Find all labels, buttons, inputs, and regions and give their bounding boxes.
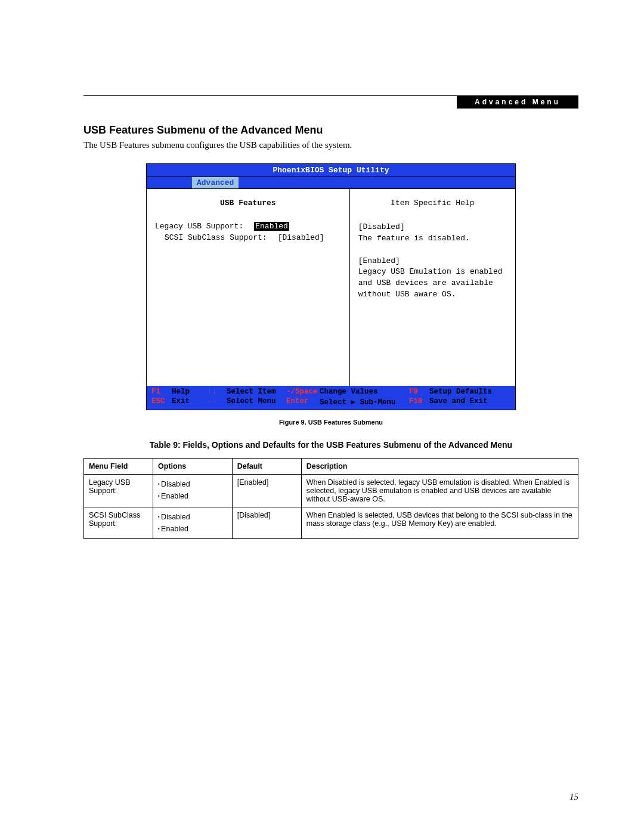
col-menu-field: Menu Field bbox=[84, 459, 153, 475]
bios-footer: F1 Help ↑↓ Select Item -/Space Change Va… bbox=[147, 386, 515, 410]
label-change-values: Change Values bbox=[320, 388, 409, 396]
bios-left-title: USB Features bbox=[155, 199, 341, 208]
key-arrows-vertical: ↑↓ bbox=[208, 388, 227, 396]
key-minus-space: -/Space bbox=[286, 388, 320, 396]
bios-field-label: SCSI SubClass Support: bbox=[165, 233, 267, 242]
key-f9: F9 bbox=[409, 388, 429, 396]
table-header-row: Menu Field Options Default Description bbox=[84, 459, 578, 475]
table-row: Legacy USB Support: Disabled Enabled [En… bbox=[84, 475, 578, 507]
document-page: Advanced Menu USB Features Submenu of th… bbox=[0, 0, 644, 833]
bios-screenshot: PhoenixBIOS Setup Utility Advanced USB F… bbox=[146, 163, 516, 410]
label-help: Help bbox=[172, 388, 208, 396]
col-description: Description bbox=[301, 459, 578, 475]
table-row: SCSI SubClass Support: Disabled Enabled … bbox=[84, 507, 578, 539]
label-select-menu: Select Menu bbox=[227, 397, 286, 407]
label-select-item: Select Item bbox=[227, 388, 286, 396]
option-item: Disabled bbox=[158, 478, 227, 490]
bios-help-text: [Disabled] The feature is disabled. [Ena… bbox=[358, 222, 507, 301]
key-enter: Enter bbox=[286, 397, 320, 407]
label-select-submenu: Select ▶ Sub-Menu bbox=[320, 397, 409, 407]
cell-menu-field: Legacy USB Support: bbox=[84, 475, 153, 507]
key-f10: F10 bbox=[409, 397, 429, 407]
option-item: Disabled bbox=[158, 511, 227, 523]
bios-help-title: Item Specific Help bbox=[358, 199, 507, 208]
section-title: USB Features Submenu of the Advanced Men… bbox=[83, 124, 578, 137]
option-item: Enabled bbox=[158, 523, 227, 535]
bios-field-label: Legacy USB Support: bbox=[155, 222, 243, 231]
label-exit: Exit bbox=[172, 397, 208, 407]
cell-options: Disabled Enabled bbox=[153, 475, 233, 507]
col-default: Default bbox=[232, 459, 301, 475]
bios-left-pane: USB Features Legacy USB Support: Enabled… bbox=[147, 189, 350, 386]
cell-menu-field: SCSI SubClass Support: bbox=[84, 507, 153, 539]
spec-table: Menu Field Options Default Description L… bbox=[83, 458, 578, 539]
cell-description: When Disabled is selected, legacy USB em… bbox=[301, 475, 578, 507]
table-title: Table 9: Fields, Options and Defaults fo… bbox=[83, 440, 578, 450]
cell-description: When Enabled is selected, USB devices th… bbox=[301, 507, 578, 539]
key-f1: F1 bbox=[151, 388, 172, 396]
bios-title: PhoenixBIOS Setup Utility bbox=[147, 164, 515, 177]
header-band: Advanced Menu bbox=[83, 95, 578, 109]
option-item: Enabled bbox=[158, 490, 227, 502]
bios-help-pane: Item Specific Help [Disabled] The featur… bbox=[350, 189, 515, 386]
header-label: Advanced Menu bbox=[457, 95, 578, 109]
figure-caption: Figure 9. USB Features Submenu bbox=[83, 419, 578, 426]
bios-tabbar: Advanced bbox=[147, 177, 515, 189]
bios-field-value: Enabled bbox=[254, 222, 289, 231]
page-number: 15 bbox=[569, 792, 578, 802]
key-esc: ESC bbox=[151, 397, 172, 407]
bios-field-value: [Disabled] bbox=[278, 233, 324, 242]
section-intro: The USB Features submenu configures the … bbox=[83, 140, 578, 150]
bios-field-scsi-subclass[interactable]: SCSI SubClass Support: [Disabled] bbox=[155, 233, 341, 242]
label-setup-defaults: Setup Defaults bbox=[429, 388, 510, 396]
cell-default: [Disabled] bbox=[232, 507, 301, 539]
bios-tab-advanced[interactable]: Advanced bbox=[192, 177, 239, 188]
cell-default: [Enabled] bbox=[232, 475, 301, 507]
cell-options: Disabled Enabled bbox=[153, 507, 233, 539]
label-save-exit: Save and Exit bbox=[429, 397, 510, 407]
bios-field-legacy-usb[interactable]: Legacy USB Support: Enabled bbox=[155, 222, 341, 231]
col-options: Options bbox=[153, 459, 233, 475]
key-arrows-horizontal: ←→ bbox=[208, 397, 227, 407]
